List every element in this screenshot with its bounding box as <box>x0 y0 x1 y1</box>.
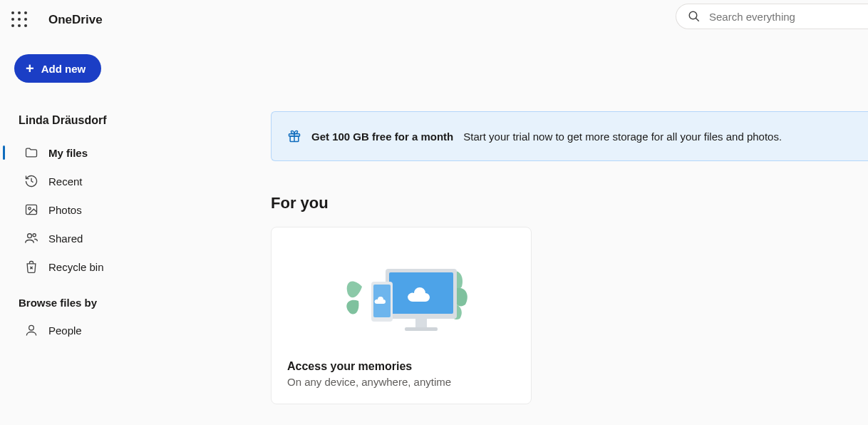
nav-list: My files Recent Photos <box>0 138 208 281</box>
sidebar: + Add new Linda Dräusdorf My files Recen… <box>0 40 208 425</box>
svg-point-5 <box>33 234 36 237</box>
devices-illustration <box>287 247 515 340</box>
svg-rect-2 <box>26 205 37 214</box>
sidebar-item-my-files[interactable]: My files <box>0 138 208 167</box>
sidebar-item-label: My files <box>48 147 88 159</box>
svg-point-4 <box>28 234 32 238</box>
card-title: Access your memories <box>287 360 515 373</box>
add-new-label: Add new <box>41 63 86 75</box>
promo-subtitle: Start your trial now to get more storage… <box>463 130 782 143</box>
browse-list: People <box>0 316 208 344</box>
sidebar-item-label: Recent <box>48 175 83 188</box>
image-icon <box>24 203 38 217</box>
app-launcher-icon[interactable] <box>11 11 29 29</box>
svg-rect-13 <box>405 327 438 331</box>
trash-icon <box>24 260 38 274</box>
search-input[interactable] <box>709 11 857 23</box>
sidebar-item-label: Photos <box>48 204 82 216</box>
sidebar-item-label: People <box>48 324 82 337</box>
search-icon <box>688 10 701 23</box>
search-container <box>676 4 868 29</box>
promo-title: Get 100 GB free for a month <box>311 130 453 143</box>
svg-line-1 <box>696 18 699 21</box>
app-title: OneDrive <box>48 13 103 27</box>
gift-icon <box>287 129 301 143</box>
svg-rect-12 <box>415 319 427 327</box>
card-subtitle: On any device, anywhere, anytime <box>287 376 515 388</box>
sidebar-item-people[interactable]: People <box>0 316 208 344</box>
folder-icon <box>24 145 38 160</box>
for-you-heading: For you <box>271 194 868 212</box>
svg-point-0 <box>689 11 697 19</box>
header: OneDrive <box>0 0 868 40</box>
sidebar-item-photos[interactable]: Photos <box>0 195 208 224</box>
sidebar-item-label: Shared <box>48 232 83 245</box>
search-box[interactable] <box>676 4 868 29</box>
history-icon <box>24 174 38 188</box>
people-icon <box>24 231 38 245</box>
add-new-button[interactable]: + Add new <box>14 54 101 83</box>
plus-icon: + <box>26 61 34 76</box>
svg-point-3 <box>29 208 31 210</box>
sidebar-item-shared[interactable]: Shared <box>0 224 208 252</box>
person-icon <box>24 323 38 337</box>
main-content: Get 100 GB free for a month Start your t… <box>208 40 868 425</box>
promo-banner[interactable]: Get 100 GB free for a month Start your t… <box>271 111 868 161</box>
user-name: Linda Dräusdorf <box>19 114 208 127</box>
sidebar-item-recycle-bin[interactable]: Recycle bin <box>0 252 208 281</box>
memories-card[interactable]: Access your memories On any device, anyw… <box>271 227 532 404</box>
sidebar-item-label: Recycle bin <box>48 261 104 273</box>
sidebar-item-recent[interactable]: Recent <box>0 167 208 195</box>
svg-point-6 <box>29 325 34 330</box>
browse-heading: Browse files by <box>19 297 208 309</box>
